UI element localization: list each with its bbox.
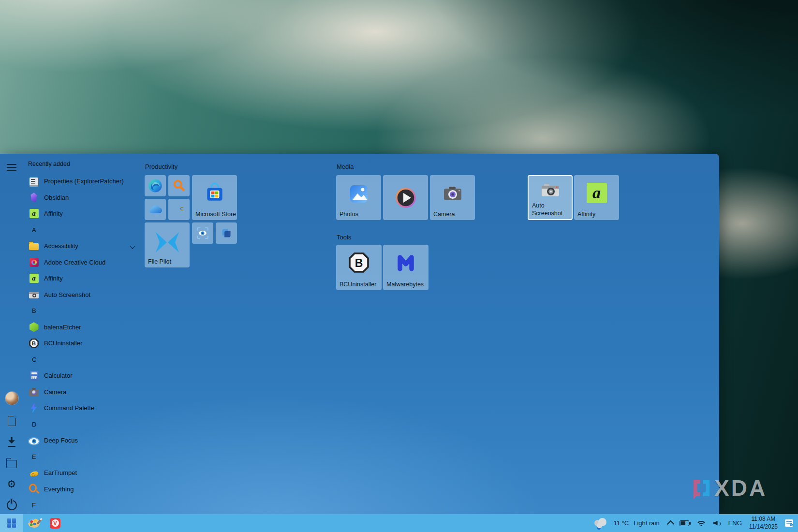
xda-watermark: XDA (694, 475, 767, 501)
edge-icon (148, 178, 163, 195)
notification-center-icon[interactable] (785, 519, 793, 527)
cloud-icon (148, 204, 163, 217)
rain-cloud-icon (594, 518, 608, 529)
camera-icon (29, 387, 39, 397)
app-item-affinity[interactable]: a Affinity (27, 206, 143, 222)
app-item-balenaetcher[interactable]: balenaEtcher (27, 319, 143, 336)
tile-malwarebytes[interactable]: Malwarebytes (383, 245, 429, 290)
obsidian-gem-icon (29, 192, 39, 202)
tile-camera[interactable]: Camera (430, 175, 475, 220)
user-account-button[interactable] (0, 388, 23, 408)
volume-icon[interactable] (713, 520, 721, 527)
app-item-command-palette[interactable]: Command Palette (27, 400, 143, 416)
xda-bracket-left-icon (694, 480, 700, 496)
chevron-down-icon[interactable] (130, 243, 135, 249)
weather-condition: Light rain (634, 519, 659, 527)
app-item-calculator[interactable]: Calculator (27, 368, 143, 384)
file-pilot-icon (155, 230, 180, 256)
start-menu: ⚙ Recently added Properties (ExplorerPat… (0, 154, 719, 514)
power-icon (7, 500, 17, 510)
downloads-button[interactable] (0, 432, 23, 452)
octagon-b-icon: B (348, 252, 369, 275)
vivaldi-icon: V (50, 518, 60, 529)
app-item-affinity-2[interactable]: a Affinity (27, 270, 143, 287)
tile-photos[interactable]: Photos (336, 175, 381, 220)
weather-temperature: 11 °C (613, 519, 629, 527)
taskbar-paint-button[interactable] (23, 514, 44, 532)
xda-bracket-right-icon (703, 480, 709, 496)
app-item-properties[interactable]: Properties (ExplorerPatcher) (27, 173, 143, 190)
tile-cloud-drive[interactable] (145, 199, 166, 220)
recently-added-header: Recently added (27, 161, 143, 167)
section-letter-f[interactable]: F (27, 497, 143, 514)
microsoft-store-icon (204, 182, 226, 206)
system-tray: 11 °C Light rain ENG 11:08 AM 11/14/2025 (594, 514, 798, 532)
battery-icon[interactable] (680, 520, 689, 526)
section-letter-c[interactable]: C (27, 352, 143, 368)
app-item-adobe-creative-cloud[interactable]: Adobe Creative Cloud (27, 254, 143, 271)
affinity-a-icon: a (29, 274, 39, 283)
affinity-a-icon: a (587, 183, 607, 203)
section-letter-b[interactable]: B (27, 303, 143, 319)
app-item-everything[interactable]: Everything (27, 481, 143, 498)
adobe-cc-icon (29, 257, 39, 267)
tile-microsoft-store[interactable]: Microsoft Store (192, 175, 237, 220)
section-letter-a[interactable]: A (27, 222, 143, 238)
power-button[interactable] (0, 495, 23, 515)
tile-auto-screenshot[interactable]: Auto Screenshot (528, 175, 573, 220)
documents-button[interactable] (0, 411, 23, 430)
calculator-icon (29, 371, 39, 381)
tile-eartrumpet[interactable] (168, 199, 190, 220)
weather-widget[interactable]: 11 °C Light rain (594, 518, 659, 529)
expand-menu-button[interactable] (0, 163, 23, 172)
app-item-camera[interactable]: Camera (27, 384, 143, 400)
clock-time: 11:08 AM (749, 516, 778, 523)
app-item-auto-screenshot[interactable]: Auto Screenshot (27, 287, 143, 303)
tile-blue-app[interactable] (216, 222, 237, 244)
start-rail: ⚙ (0, 154, 23, 514)
settings-button[interactable]: ⚙ (0, 474, 23, 494)
hidden-icons-chevron[interactable] (666, 520, 674, 528)
taskbar-clock[interactable]: 11:08 AM 11/14/2025 (749, 516, 778, 531)
folder-icon (29, 241, 39, 251)
lightning-icon (29, 403, 39, 413)
app-item-eartrumpet[interactable]: EarTrumpet (27, 465, 143, 481)
green-cube-icon (29, 322, 39, 332)
tile-everything-search[interactable] (168, 175, 190, 196)
app-item-bcuninstaller[interactable]: B BCUninstaller (27, 335, 143, 352)
user-avatar (5, 392, 18, 405)
malwarebytes-m-icon (395, 252, 416, 275)
tile-file-pilot[interactable]: File Pilot (145, 222, 190, 267)
app-item-deep-focus[interactable]: Deep Focus (27, 432, 143, 449)
gear-icon: ⚙ (7, 479, 16, 489)
section-letter-e[interactable]: E (27, 449, 143, 465)
taskbar-vivaldi-button[interactable]: V (44, 514, 66, 532)
app-list: Recently added Properties (ExplorerPatch… (27, 161, 143, 514)
group-header-tools: Tools (337, 234, 351, 241)
hamburger-icon (7, 164, 16, 171)
tile-affinity[interactable]: a Affinity (574, 175, 619, 220)
octagon-b-icon: B (29, 339, 39, 348)
orange-magnifier-icon (172, 179, 186, 194)
document-icon (8, 416, 16, 426)
blue-app-icon (220, 226, 233, 242)
start-button[interactable] (0, 514, 23, 532)
tile-media-player[interactable] (383, 175, 428, 220)
wifi-icon[interactable] (696, 520, 706, 527)
app-item-obsidian[interactable]: Obsidian (27, 190, 143, 206)
tile-edge[interactable] (145, 175, 166, 196)
affinity-a-icon: a (29, 209, 39, 219)
retro-camera-icon (541, 183, 560, 200)
retro-camera-icon (29, 290, 39, 299)
pictures-button[interactable] (0, 454, 23, 473)
app-item-accessibility[interactable]: Accessibility (27, 238, 143, 254)
paint-palette-icon (28, 518, 40, 528)
language-indicator[interactable]: ENG (728, 519, 742, 527)
svg-text:B: B (355, 257, 363, 269)
tile-deep-focus[interactable] (192, 222, 213, 244)
eye-icon (196, 226, 209, 242)
section-letter-d[interactable]: D (27, 416, 143, 433)
download-icon (7, 437, 16, 447)
group-header-productivity: Productivity (145, 163, 177, 170)
tile-bcuninstaller[interactable]: B BCUninstaller (336, 245, 382, 290)
